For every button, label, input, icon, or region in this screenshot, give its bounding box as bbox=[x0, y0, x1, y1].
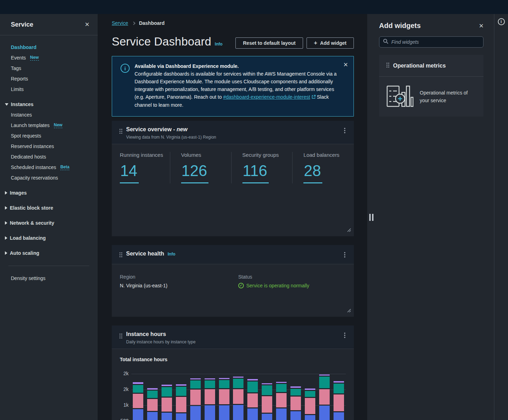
search-input[interactable] bbox=[391, 39, 480, 45]
bar-segment-teal bbox=[334, 384, 344, 393]
drag-handle-icon[interactable] bbox=[119, 128, 123, 135]
sidebar-item-tags[interactable]: Tags bbox=[0, 63, 98, 74]
new-badge: New bbox=[30, 55, 39, 61]
bar-segment-pink bbox=[305, 398, 315, 414]
drag-handle-icon[interactable] bbox=[386, 62, 390, 69]
running-instances-count-link[interactable]: 14 bbox=[120, 162, 139, 183]
sidebar-item-instances[interactable]: Instances bbox=[0, 110, 98, 120]
stacked-bar-11 bbox=[276, 382, 287, 420]
operational-metrics-card[interactable]: Operational metrics O bbox=[379, 55, 483, 117]
info-icon: i bbox=[121, 64, 130, 73]
y-tick-label: 500 bbox=[115, 418, 129, 420]
sidebar-section-elastic-block-store[interactable]: Elastic block store bbox=[0, 203, 98, 213]
sidebar-item-scheduled-instances[interactable]: Scheduled instancesBeta bbox=[0, 162, 98, 173]
bar-segment-teal bbox=[219, 380, 229, 388]
tools-rail: i bbox=[494, 14, 508, 420]
resize-handle-icon[interactable] bbox=[347, 308, 351, 314]
chevron-right-icon bbox=[5, 191, 7, 195]
metric-running-instances: Running instances 14 bbox=[120, 152, 170, 183]
stacked-bar-7 bbox=[219, 378, 229, 420]
resize-handle-icon[interactable] bbox=[347, 227, 351, 233]
bar-segment-teal bbox=[190, 380, 201, 388]
volumes-count-link[interactable]: 126 bbox=[181, 162, 208, 183]
bar-segment-teal bbox=[162, 387, 172, 397]
sidebar-item-dashboard[interactable]: Dashboard bbox=[0, 42, 98, 52]
bar-segment-pink bbox=[176, 397, 186, 413]
stacked-bar-10 bbox=[262, 383, 272, 420]
bar-segment-teal bbox=[305, 391, 315, 397]
sidebar-item-dedicated-hosts[interactable]: Dedicated hosts bbox=[0, 152, 98, 162]
kebab-menu-icon[interactable] bbox=[342, 126, 348, 136]
bar-segment-purple bbox=[205, 378, 215, 379]
breadcrumb-current: Dashboard bbox=[139, 20, 165, 26]
region-field: Region N. Virginia (us-east-1) bbox=[120, 274, 238, 288]
page-title-info-link[interactable]: Info bbox=[215, 42, 222, 47]
info-panel-icon[interactable]: i bbox=[498, 18, 505, 25]
bar-segment-purple bbox=[319, 374, 330, 376]
sidenav-close-icon[interactable]: × bbox=[85, 22, 89, 27]
sidebar-item-limits[interactable]: Limits bbox=[0, 84, 98, 94]
sidebar-item-events[interactable]: EventsNew bbox=[0, 52, 98, 63]
bar-segment-pink bbox=[133, 394, 143, 408]
instance-hours-widget: Instance hours Daily instance hours by i… bbox=[112, 326, 354, 420]
kebab-menu-icon[interactable] bbox=[342, 331, 348, 341]
bar-segment-blue bbox=[190, 406, 201, 420]
sidebar-item-capacity-reservations[interactable]: Capacity reservations bbox=[0, 173, 98, 183]
side-navigation: Service × Dashboard EventsNew Tags Repor… bbox=[0, 14, 98, 420]
add-widget-button[interactable]: + Add widget bbox=[307, 37, 354, 49]
bar-segment-pink bbox=[190, 390, 201, 405]
bar-segment-purple bbox=[262, 383, 272, 384]
service-health-info-link[interactable]: Info bbox=[168, 252, 176, 257]
sidebar-section-network-security[interactable]: Network & security bbox=[0, 218, 98, 228]
search-icon bbox=[383, 38, 389, 46]
reset-layout-button[interactable]: Reset to default layout bbox=[235, 37, 303, 49]
sidebar-section-images[interactable]: Images bbox=[0, 188, 98, 198]
stacked-bar-12 bbox=[290, 386, 301, 420]
sidebar-item-spot-requests[interactable]: Spot requests bbox=[0, 131, 98, 141]
sidebar-section-instances[interactable]: Instances bbox=[0, 99, 98, 110]
security-groups-count-link[interactable]: 116 bbox=[242, 162, 269, 183]
metric-volumes: Volumes 126 bbox=[181, 152, 232, 183]
panel-resize-handle[interactable] bbox=[369, 214, 373, 221]
sidebar-item-density-settings[interactable]: Density settings bbox=[0, 273, 98, 284]
chart-title: Total instance hours bbox=[112, 349, 354, 362]
flashbar-close-icon[interactable]: × bbox=[343, 62, 348, 68]
bar-segment-teal bbox=[262, 385, 272, 395]
card-description: Operational metrics of your service bbox=[420, 89, 478, 104]
bar-segment-purple bbox=[147, 388, 158, 390]
bar-segment-pink bbox=[219, 389, 229, 404]
sidebar-section-load-balancing[interactable]: Load balancing bbox=[0, 233, 98, 243]
sidebar-item-reserved-instances[interactable]: Reserved instances bbox=[0, 141, 98, 152]
panel-title: Add widgets bbox=[379, 22, 421, 30]
widget-title: Service health bbox=[126, 251, 164, 257]
slack-channel-link[interactable]: #dashboard-experience-module-interest bbox=[223, 94, 310, 100]
bar-segment-purple bbox=[190, 378, 201, 379]
bar-segment-blue bbox=[276, 408, 287, 420]
chevron-right-icon bbox=[5, 206, 7, 210]
stacked-bar-13 bbox=[305, 388, 315, 420]
plus-icon: + bbox=[314, 40, 317, 47]
bar-segment-purple bbox=[162, 385, 172, 386]
breadcrumb: Service Dashboard bbox=[112, 20, 165, 26]
breadcrumb-service-link[interactable]: Service bbox=[112, 20, 128, 26]
sidebar-item-reports[interactable]: Reports bbox=[0, 74, 98, 84]
stacked-bar-5 bbox=[190, 378, 201, 420]
kebab-menu-icon[interactable] bbox=[342, 251, 348, 260]
drag-handle-icon[interactable] bbox=[119, 252, 123, 259]
stacked-bar-15 bbox=[334, 381, 344, 420]
sidebar-item-launch-templates[interactable]: Launch templatesNew bbox=[0, 120, 98, 131]
panel-close-icon[interactable]: × bbox=[479, 23, 483, 29]
sidebar-section-auto-scaling[interactable]: Auto scaling bbox=[0, 248, 98, 258]
bar-segment-purple bbox=[233, 377, 243, 378]
y-tick-label: 2k bbox=[115, 386, 129, 392]
load-balancers-count-link[interactable]: 28 bbox=[303, 162, 322, 183]
chevron-right-icon bbox=[5, 236, 7, 240]
bar-segment-pink bbox=[319, 389, 330, 405]
y-tick-label: 2k bbox=[115, 371, 129, 376]
find-widgets-search[interactable] bbox=[379, 36, 483, 48]
stacked-bar-4 bbox=[176, 384, 186, 420]
drag-handle-icon[interactable] bbox=[119, 333, 123, 340]
stacked-bar-8 bbox=[233, 377, 243, 420]
bar-segment-purple bbox=[276, 382, 287, 383]
stacked-bar-1 bbox=[133, 382, 143, 420]
